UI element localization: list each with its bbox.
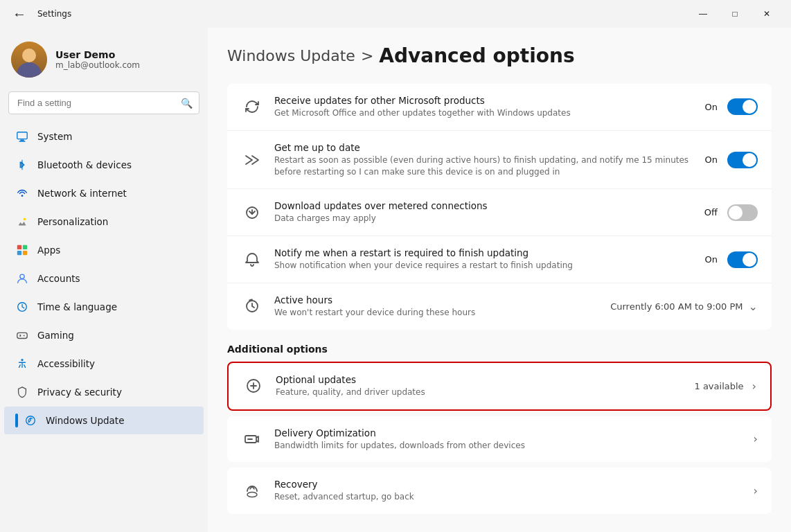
toggle-thumb	[743, 253, 756, 267]
sidebar-item-apps[interactable]: Apps	[4, 236, 204, 264]
notify-restart-toggle[interactable]	[727, 251, 758, 268]
sidebar-item-accounts[interactable]: Accounts	[4, 265, 204, 292]
additional-options-header: Additional options	[227, 344, 772, 355]
optional-updates-title: Optional updates	[276, 374, 684, 385]
maximize-button[interactable]: □	[719, 3, 751, 25]
sidebar-item-label: Time & language	[37, 301, 117, 312]
chevron-right-icon: ›	[752, 380, 756, 393]
get-up-to-date-right: On	[705, 152, 758, 168]
sidebar-item-windowsupdate[interactable]: Windows Update	[4, 407, 204, 434]
sidebar-item-bluetooth[interactable]: Bluetooth & devices	[4, 151, 204, 179]
accounts-icon	[15, 272, 29, 285]
sidebar-item-label: Bluetooth & devices	[37, 159, 132, 170]
sidebar-item-label: Apps	[37, 245, 60, 256]
sidebar-item-label: Personalization	[37, 216, 108, 227]
avatar	[11, 42, 47, 78]
privacy-icon	[15, 385, 29, 399]
recovery-icon	[241, 480, 263, 502]
bell-icon	[241, 249, 263, 271]
clock-icon	[241, 295, 263, 317]
receive-updates-row[interactable]: Receive updates for other Microsoft prod…	[227, 84, 772, 131]
toggle-thumb	[743, 100, 756, 114]
active-hours-row[interactable]: Active hours We won't restart your devic…	[227, 283, 772, 330]
receive-updates-title: Receive updates for other Microsoft prod…	[274, 95, 694, 106]
update-icon	[24, 414, 37, 427]
active-hours-text: Active hours We won't restart your devic…	[274, 294, 599, 319]
time-icon	[15, 300, 29, 314]
avatar-image	[11, 42, 47, 78]
get-up-to-date-desc: Restart as soon as possible (even during…	[274, 154, 694, 178]
recovery-text: Recovery Reset, advanced startup, go bac…	[274, 479, 743, 503]
svg-point-10	[20, 274, 24, 278]
search-input[interactable]	[8, 91, 199, 114]
title-bar: ← Settings — □ ✕	[0, 0, 791, 28]
sidebar-item-gaming[interactable]: Gaming	[4, 321, 204, 349]
metered-connections-row[interactable]: Download updates over metered connection…	[227, 189, 772, 236]
recovery-right: ›	[754, 484, 758, 497]
svg-rect-8	[17, 251, 21, 255]
optional-updates-row[interactable]: Optional updates Feature, quality, and d…	[229, 363, 770, 409]
sidebar-item-label: Windows Update	[46, 415, 124, 426]
get-up-to-date-toggle[interactable]	[727, 152, 758, 168]
delivery-optimization-desc: Bandwidth limits for updates, downloads …	[274, 440, 743, 452]
svg-rect-1	[20, 140, 24, 141]
sidebar-item-system[interactable]: System	[4, 123, 204, 150]
notify-restart-toggle-label: On	[705, 254, 718, 265]
notify-restart-row[interactable]: Notify me when a restart is required to …	[227, 236, 772, 283]
apps-icon	[15, 243, 29, 257]
optional-updates-desc: Feature, quality, and driver updates	[276, 387, 684, 398]
metered-connections-text: Download updates over metered connection…	[274, 200, 693, 224]
svg-point-27	[247, 492, 257, 497]
delivery-optimization-right: ›	[754, 432, 758, 445]
gaming-icon	[15, 328, 29, 342]
optional-updates-card[interactable]: Optional updates Feature, quality, and d…	[227, 362, 772, 411]
svg-point-5	[24, 218, 26, 221]
recovery-card: Recovery Reset, advanced startup, go bac…	[227, 468, 772, 514]
active-hours-right: Currently 6:00 AM to 9:00 PM ⌄	[610, 300, 758, 313]
get-up-to-date-toggle-label: On	[705, 154, 718, 165]
title-bar-left: ← Settings	[8, 5, 71, 24]
delivery-optimization-row[interactable]: Delivery Optimization Bandwidth limits f…	[227, 416, 772, 463]
svg-rect-7	[23, 245, 27, 249]
back-button[interactable]: ←	[8, 5, 30, 24]
sidebar-item-time[interactable]: Time & language	[4, 293, 204, 321]
recovery-row[interactable]: Recovery Reset, advanced startup, go bac…	[227, 468, 772, 514]
refresh-icon	[241, 96, 263, 118]
sidebar-item-privacy[interactable]: Privacy & security	[4, 378, 204, 406]
main-container: User Demo m_lab@outlook.com 🔍 System	[0, 28, 791, 532]
close-button[interactable]: ✕	[751, 3, 783, 25]
receive-updates-right: On	[705, 98, 758, 115]
svg-rect-12	[17, 332, 27, 338]
get-up-to-date-title: Get me up to date	[274, 142, 694, 153]
metered-connections-right: Off	[704, 204, 758, 221]
metered-connections-toggle[interactable]	[727, 204, 758, 221]
sidebar-item-label: Privacy & security	[37, 387, 122, 398]
system-icon	[15, 130, 29, 143]
get-up-to-date-row[interactable]: Get me up to date Restart as soon as pos…	[227, 131, 772, 190]
sidebar-item-accessibility[interactable]: Accessibility	[4, 350, 204, 378]
user-email: m_lab@outlook.com	[55, 60, 140, 70]
optional-updates-count: 1 available	[695, 381, 744, 391]
breadcrumb-current: Advanced options	[379, 44, 574, 67]
breadcrumb-sep: >	[361, 47, 373, 64]
metered-connections-desc: Data charges may apply	[274, 213, 693, 224]
network-icon	[15, 186, 29, 200]
notify-restart-right: On	[705, 251, 758, 268]
minimize-button[interactable]: —	[687, 3, 719, 25]
receive-updates-toggle[interactable]	[727, 98, 758, 115]
active-hours-title: Active hours	[274, 294, 599, 305]
sidebar-item-network[interactable]: Network & internet	[4, 179, 204, 207]
delivery-optimization-text: Delivery Optimization Bandwidth limits f…	[274, 427, 743, 452]
delivery-icon	[241, 428, 263, 450]
notify-restart-text: Notify me when a restart is required to …	[274, 247, 694, 272]
svg-rect-2	[19, 141, 26, 141]
chevron-right-icon: ›	[754, 484, 758, 497]
user-info: User Demo m_lab@outlook.com	[55, 49, 140, 70]
content-area: Windows Update > Advanced options Receiv…	[208, 28, 791, 532]
personalization-icon	[15, 215, 29, 229]
notify-restart-title: Notify me when a restart is required to …	[274, 247, 694, 258]
breadcrumb-prev: Windows Update	[227, 47, 355, 64]
sidebar-item-personalization[interactable]: Personalization	[4, 208, 204, 236]
svg-rect-0	[17, 132, 27, 139]
sidebar: User Demo m_lab@outlook.com 🔍 System	[0, 28, 208, 532]
